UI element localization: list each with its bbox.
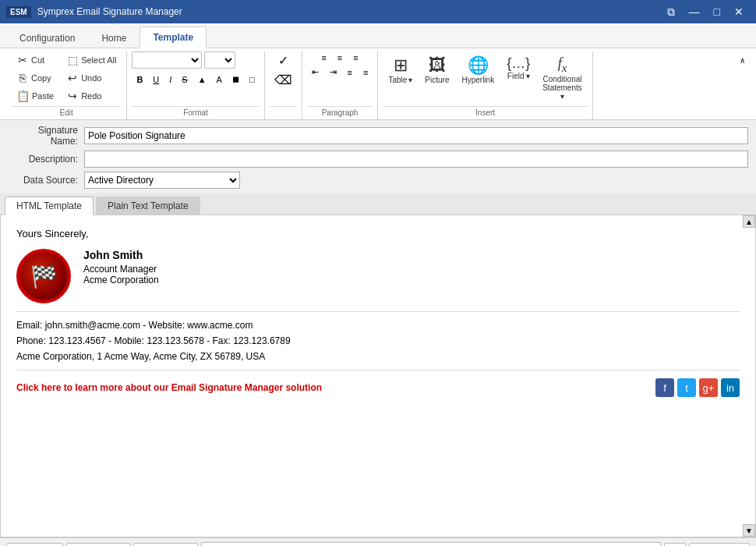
tab-plaintext-template[interactable]: Plain Text Template <box>96 197 200 214</box>
template-tabs: HTML Template Plain Text Template <box>0 193 756 215</box>
description-label: Description: <box>8 154 78 165</box>
align-right-button[interactable]: ≡ <box>348 51 362 64</box>
checkered-flag-icon: 🏁 <box>30 264 58 289</box>
underline-button[interactable]: U <box>148 73 164 86</box>
border-button[interactable]: □ <box>245 73 260 86</box>
list-button[interactable]: ≡ <box>343 66 357 79</box>
font-size-select[interactable] <box>204 51 235 69</box>
ribbon-collapse-button[interactable]: ∧ <box>735 55 750 66</box>
indent-button[interactable]: ⇥ <box>325 66 341 79</box>
signature-job-title: Account Manager <box>83 264 159 275</box>
bold-button[interactable]: B <box>132 73 147 86</box>
color-button[interactable]: A <box>212 73 227 86</box>
undo-button[interactable]: ↩ Undo <box>61 69 122 87</box>
signature-logo: 🏁 <box>16 249 71 303</box>
outdent-button[interactable]: ⇤ <box>307 66 323 79</box>
logo-inner: 🏁 <box>20 253 67 300</box>
conditional-dropdown-arrow: ▾ <box>560 92 564 101</box>
table-button[interactable]: ⊞ Table ▾ <box>383 51 418 88</box>
field-button[interactable]: {…} Field ▾ <box>501 51 535 84</box>
close-window-button[interactable]: ✕ <box>728 4 750 20</box>
description-input[interactable] <box>84 151 748 168</box>
select-all-icon: ⬚ <box>66 54 79 66</box>
numberedlist-button[interactable]: ≡ <box>359 66 373 79</box>
field-icon: {…} <box>507 55 530 72</box>
tab-template[interactable]: Template <box>140 27 207 48</box>
data-source-row: Data Source: Active Directory <box>8 172 748 189</box>
main-content: Signature Name: Description: Data Source… <box>0 120 756 546</box>
format-group-content: B U I S ▲ A ◼ □ <box>132 51 259 105</box>
editor-area[interactable]: ▲ ▼ Yours Sincerely, 🏁 John Smith Accoun… <box>0 215 756 537</box>
refresh-button[interactable]: ↻ Refresh <box>689 543 750 546</box>
window-title: Symprex Email Signature Manager <box>37 6 182 17</box>
italic-button[interactable]: I <box>164 73 176 86</box>
paste-button[interactable]: 📋 Paste <box>11 87 59 105</box>
data-source-label: Data Source: <box>8 175 78 186</box>
align-row: ≡ ≡ ≡ <box>316 51 362 64</box>
signature-info: John Smith Account Manager Acme Corporat… <box>83 249 159 285</box>
signature-address: Acme Corporation, 1 Acme Way, Acme City,… <box>16 351 740 362</box>
font-family-select[interactable] <box>132 51 202 69</box>
eraser-button[interactable]: ⌫ <box>270 71 297 89</box>
restore-button[interactable]: ⧉ <box>661 4 681 20</box>
data-source-select[interactable]: Active Directory <box>84 172 240 189</box>
description-row: Description: <box>8 151 748 168</box>
signature-greeting: Yours Sincerely, <box>16 228 740 239</box>
indent-row: ⇤ ⇥ ≡ ≡ <box>307 66 373 79</box>
twitter-icon[interactable]: t <box>677 378 696 397</box>
design-button[interactable]: ✏ Design <box>6 543 63 546</box>
format-buttons: B U I S ▲ A ◼ □ <box>132 73 259 86</box>
title-bar: ESM Symprex Email Signature Manager ⧉ — … <box>0 0 756 23</box>
facebook-icon[interactable]: f <box>655 378 674 397</box>
google-plus-icon[interactable]: g+ <box>699 378 718 397</box>
strikethrough-button[interactable]: S <box>177 73 192 86</box>
preview-name-input[interactable] <box>201 542 661 546</box>
picture-button[interactable]: 🖼 Picture <box>419 51 454 88</box>
hyperlink-button[interactable]: 🌐 Hyperlink <box>456 51 500 88</box>
hyperlink-icon: 🌐 <box>468 55 489 76</box>
align-center-button[interactable]: ≡ <box>333 51 347 64</box>
app-logo: ESM <box>6 6 31 18</box>
linkedin-icon[interactable]: in <box>721 378 740 397</box>
maximize-button[interactable]: □ <box>708 4 726 20</box>
insert-group-label: Insert <box>383 106 587 119</box>
tab-home[interactable]: Home <box>88 27 140 48</box>
align-left-button[interactable]: ≡ <box>316 51 330 64</box>
scroll-up-button[interactable]: ▲ <box>743 215 755 228</box>
edit-group-label: Edit <box>11 106 122 119</box>
undo-icon: ↩ <box>66 72 79 84</box>
more-button[interactable]: ... <box>664 543 686 546</box>
bottom-toolbar: ✏ Design </> Source 🔍 Preview ... ↻ Refr… <box>0 537 756 546</box>
insert-group: ⊞ Table ▾ 🖼 Picture 🌐 Hyperlink {…} Fiel… <box>378 51 592 119</box>
scroll-down-button[interactable]: ▼ <box>743 524 755 537</box>
copy-icon: ⎘ <box>16 72 29 84</box>
tab-html-template[interactable]: HTML Template <box>5 197 94 215</box>
format-group-label: Format <box>132 106 259 119</box>
conditional-icon: fx <box>558 55 567 75</box>
signature-name: John Smith <box>83 249 159 261</box>
spell-group-content: ✓ ⌫ <box>270 51 297 105</box>
redo-button[interactable]: ↪ Redo <box>61 87 122 105</box>
cta-link[interactable]: Click here to learn more about our Email… <box>16 382 322 393</box>
cut-icon: ✂ <box>16 54 29 66</box>
window-controls: ⧉ — □ ✕ <box>661 4 750 20</box>
preview-button[interactable]: 🔍 Preview <box>133 543 199 546</box>
cut-button[interactable]: ✂ Cut <box>11 51 59 69</box>
signature-email-line: Email: john.smith@acme.com - Website: ww… <box>16 320 740 331</box>
background-button[interactable]: ◼ <box>228 73 244 86</box>
select-all-button[interactable]: ⬚ Select All <box>61 51 122 69</box>
highlight-button[interactable]: ▲ <box>193 73 211 86</box>
signature-name-input[interactable] <box>84 127 748 144</box>
spellcheck-button[interactable]: ✓ <box>274 51 293 69</box>
sig-divider-1 <box>16 311 740 312</box>
paragraph-group-content: ≡ ≡ ≡ ⇤ ⇥ ≡ ≡ <box>307 51 373 105</box>
spell-group-label <box>270 106 297 119</box>
source-button[interactable]: </> Source <box>66 543 129 546</box>
tab-configuration[interactable]: Configuration <box>6 27 88 48</box>
picture-icon: 🖼 <box>429 55 446 76</box>
conditional-button[interactable]: fx Conditional Statements ▾ <box>537 51 588 105</box>
minimize-button[interactable]: — <box>683 4 706 20</box>
form-area: Signature Name: Description: Data Source… <box>0 120 756 193</box>
signature-body: 🏁 John Smith Account Manager Acme Corpor… <box>16 249 740 303</box>
copy-button[interactable]: ⎘ Copy <box>11 69 59 87</box>
